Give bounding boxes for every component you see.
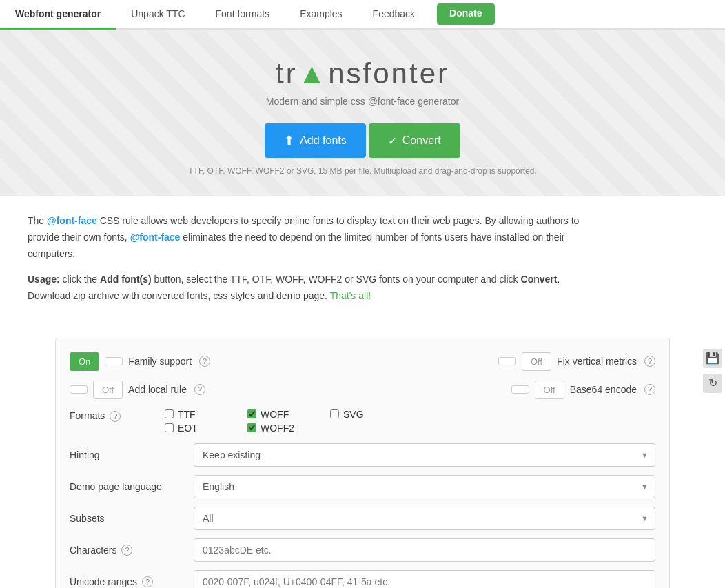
hero-section: tr▲nsfonter Modern and simple css @font-… (0, 30, 725, 196)
format-ttf-checkbox[interactable] (165, 409, 174, 418)
demo-language-label: Demo page language (70, 481, 194, 492)
nav-feedback[interactable]: Feedback (358, 0, 430, 30)
nav-label: Feedback (373, 8, 415, 19)
demo-language-select-wrapper: English French German Russian (194, 475, 655, 498)
unicode-ranges-label-text: Unicode ranges (70, 576, 137, 587)
format-woff-label: WOFF (261, 409, 289, 420)
fix-vertical-metrics-label: Fix vertical metrics (557, 356, 637, 367)
upload-icon: ⬆ (284, 133, 294, 148)
nav-font-formats[interactable]: Font formats (201, 0, 285, 30)
logo-accent: ▲ (298, 57, 329, 90)
unicode-ranges-input[interactable] (194, 570, 655, 588)
unicode-ranges-label: Unicode ranges ? (70, 576, 194, 587)
add-local-rule-label: Add local rule (128, 384, 187, 395)
settings-row-2: Off Add local rule ? Off Base64 encode ? (70, 381, 655, 399)
check-icon: ✓ (388, 134, 397, 148)
format-woff2: WOFF2 (247, 423, 330, 434)
characters-label-text: Characters (70, 545, 116, 556)
base64-off-indicator1[interactable] (511, 385, 529, 394)
formats-help-icon[interactable]: ? (110, 411, 121, 422)
navigation: Webfont generator Unpack TTC Font format… (0, 0, 725, 30)
format-ttf: TTF (165, 409, 247, 420)
nav-label: Webfont generator (15, 8, 101, 19)
settings-panel: On Family support ? Off Fix vertical met… (55, 338, 670, 588)
nav-webfont-generator[interactable]: Webfont generator (0, 0, 116, 30)
format-svg-checkbox[interactable] (330, 409, 339, 418)
format-ttf-label: TTF (178, 409, 196, 420)
subsets-row: Subsets All Latin Cyrillic (70, 507, 655, 530)
family-support-help-icon[interactable]: ? (199, 356, 210, 367)
nav-label: Font formats (216, 8, 270, 19)
characters-row: Characters ? (70, 538, 655, 562)
convert-label: Convert (402, 134, 441, 147)
format-woff2-checkbox[interactable] (247, 423, 256, 432)
convert-bold: Convert (521, 274, 558, 285)
fix-vertical-off-btn[interactable]: Off (522, 352, 551, 371)
hinting-label: Hinting (70, 449, 194, 460)
demo-language-select[interactable]: English French German Russian (194, 475, 655, 498)
formats-section: Formats ? TTF WOFF SVG EOT (70, 409, 655, 434)
hero-buttons: ⬆ Add fonts ✓ Convert (14, 123, 711, 158)
unicode-ranges-help-icon[interactable]: ? (142, 576, 153, 587)
convert-button[interactable]: ✓ Convert (369, 123, 460, 158)
hinting-select-wrapper: Keep existing Remove all (194, 443, 655, 467)
demo-language-row: Demo page language English French German… (70, 475, 655, 498)
subsets-label: Subsets (70, 513, 194, 524)
fix-vertical-help-icon[interactable]: ? (644, 356, 655, 367)
unicode-ranges-row: Unicode ranges ? (70, 570, 655, 588)
format-svg-label: SVG (343, 409, 364, 420)
format-woff: WOFF (247, 409, 330, 420)
base64-off-btn[interactable]: Off (535, 381, 564, 399)
font-face-highlight1: @font-face (47, 215, 97, 226)
add-local-rule-group: Off Add local rule ? (70, 381, 205, 399)
characters-input[interactable] (194, 538, 655, 562)
format-woff-checkbox[interactable] (247, 409, 256, 418)
fix-vertical-metrics-group: Off Fix vertical metrics ? (498, 352, 655, 371)
format-svg: SVG (330, 409, 413, 420)
hero-note: TTF, OTF, WOFF, WOFF2 or SVG, 15 MB per … (14, 166, 711, 176)
reset-settings-button[interactable]: ↻ (703, 374, 722, 393)
family-support-off-indicator[interactable] (105, 357, 123, 365)
family-support-on-btn[interactable]: On (70, 352, 99, 371)
hinting-row: Hinting Keep existing Remove all (70, 443, 655, 467)
save-icon: 💾 (706, 352, 719, 365)
format-eot: EOT (165, 423, 247, 434)
site-logo: tr▲nsfonter (14, 57, 711, 90)
formats-label-text: Formats (70, 410, 105, 421)
characters-help-icon[interactable]: ? (121, 545, 132, 556)
add-fonts-label: Add fonts (300, 134, 347, 147)
add-fonts-bold: Add font(s) (100, 274, 152, 285)
add-local-off-indicator1[interactable] (70, 385, 88, 394)
add-local-help-icon[interactable]: ? (194, 384, 205, 395)
format-woff2-label: WOFF2 (261, 423, 294, 434)
format-eot-checkbox[interactable] (165, 423, 174, 432)
panel-action-icons: 💾 ↻ (703, 349, 722, 393)
formats-grid: TTF WOFF SVG EOT WOFF2 (165, 409, 413, 434)
base64-encode-group: Off Base64 encode ? (511, 381, 655, 399)
refresh-icon: ↻ (708, 376, 717, 389)
nav-donate[interactable]: Donate (437, 3, 494, 25)
family-support-label: Family support (128, 356, 192, 367)
subsets-select[interactable]: All Latin Cyrillic (194, 507, 655, 530)
add-fonts-button[interactable]: ⬆ Add fonts (265, 123, 366, 158)
description-section: The @font-face CSS rule allows web devel… (0, 196, 620, 331)
settings-row-1: On Family support ? Off Fix vertical met… (70, 352, 655, 371)
description-para1: The @font-face CSS rule allows web devel… (28, 213, 593, 262)
nav-label: Unpack TTC (131, 8, 185, 19)
formats-label: Formats ? (70, 409, 159, 422)
save-settings-button[interactable]: 💾 (703, 349, 722, 368)
nav-examples[interactable]: Examples (285, 0, 357, 30)
usage-label: Usage: (28, 274, 60, 285)
add-local-off-btn[interactable]: Off (93, 381, 123, 399)
base64-help-icon[interactable]: ? (644, 384, 655, 395)
nav-label: Examples (300, 8, 342, 19)
nav-unpack-ttc[interactable]: Unpack TTC (116, 0, 200, 30)
donate-label: Donate (449, 8, 482, 19)
hero-subtitle: Modern and simple css @font-face generat… (14, 96, 711, 107)
fix-vertical-off-indicator1[interactable] (498, 357, 516, 365)
family-support-group: On Family support ? (70, 352, 210, 371)
settings-container: On Family support ? Off Fix vertical met… (28, 338, 697, 588)
subsets-select-wrapper: All Latin Cyrillic (194, 507, 655, 530)
description-para2: Usage: click the Add font(s) button, sel… (28, 272, 593, 305)
hinting-select[interactable]: Keep existing Remove all (194, 443, 655, 467)
